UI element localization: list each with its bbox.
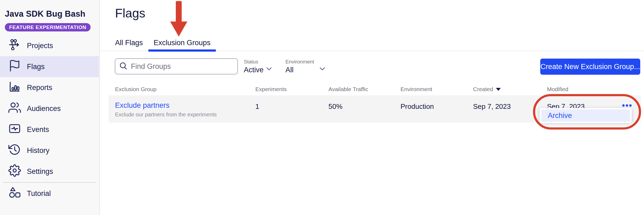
bar-chart-icon [8,80,21,95]
sidebar-item-label: Projects [27,42,53,50]
column-header-modified[interactable]: Modified [547,86,568,92]
gear-icon [8,164,21,179]
menu-item-archive[interactable]: Archive [541,109,630,122]
dot [629,104,632,107]
search-icon [119,62,128,71]
main-content: Flags All Flags Exclusion Groups Status … [100,0,644,215]
sidebar-item-tutorial[interactable]: Tutorial [0,183,99,204]
sidebar-item-label: Settings [27,167,53,176]
project-name: Java SDK Bug Bash [5,9,85,19]
page-title: Flags [115,6,145,20]
environment-filter[interactable]: Environment All [285,59,314,74]
column-header-environment[interactable]: Environment [400,86,432,92]
column-header-available-traffic[interactable]: Available Traffic [328,86,368,92]
red-arrow-shaft [176,1,182,22]
cell-available-traffic: 50% [328,102,342,111]
sidebar-item-history[interactable]: History [0,140,99,161]
dot [622,104,625,107]
flag-icon [8,59,21,74]
shapes-icon [8,186,21,201]
chevron-down-icon[interactable] [318,65,327,74]
tab-bar: All Flags Exclusion Groups [110,39,216,51]
monitor-pulse-icon [8,122,21,137]
history-clock-icon [8,143,21,158]
sidebar-item-audiences[interactable]: Audiences [0,98,99,119]
projects-icon [8,38,21,53]
sort-desc-icon [496,88,501,91]
search-input[interactable] [131,62,234,71]
sidebar-item-label: Reports [27,84,52,92]
ellipsis-icon[interactable] [622,104,632,107]
column-header-exclusion-group[interactable]: Exclusion Group [115,86,156,92]
sidebar-item-label: Flags [27,63,45,71]
sidebar-item-settings[interactable]: Settings [0,161,99,182]
red-arrow-head [170,22,187,37]
column-header-experiments[interactable]: Experiments [255,86,287,92]
status-filter-label: Status [244,59,264,65]
sidebar-nav: Projects Flags Reports [0,35,99,204]
tab-all-flags[interactable]: All Flags [110,39,148,51]
sidebar-item-label: Tutorial [27,189,51,198]
status-filter-value: Active [244,66,264,74]
chevron-down-icon[interactable] [264,65,274,74]
cell-environment: Production [400,102,434,111]
status-filter[interactable]: Status Active [244,59,264,74]
environment-filter-label: Environment [285,59,314,65]
row-context-menu: Archive [540,108,632,123]
sidebar-item-events[interactable]: Events [0,119,99,140]
sidebar-divider [3,182,96,183]
feature-experimentation-badge: FEATURE EXPERIMENTATION [5,23,91,31]
tab-exclusion-groups[interactable]: Exclusion Groups [148,39,216,51]
table-header: Exclusion Group Experiments Available Tr… [109,84,641,94]
dot [626,104,628,107]
sidebar-item-label: Audiences [27,105,61,113]
sidebar-item-label: Events [27,126,49,134]
exclusion-group-description: Exclude our partners from the experiment… [115,112,217,118]
sidebar-item-reports[interactable]: Reports [0,77,99,98]
environment-filter-value: All [285,66,314,74]
sidebar: Java SDK Bug Bash FEATURE EXPERIMENTATIO… [0,0,100,215]
people-icon [8,101,21,116]
create-new-exclusion-group-button[interactable]: Create New Exclusion Group... [540,59,640,75]
cell-experiments: 1 [255,102,259,111]
sidebar-item-projects[interactable]: Projects [0,35,99,56]
search-box [115,58,238,74]
sidebar-item-flags[interactable]: Flags [0,56,99,77]
exclusion-group-link[interactable]: Exclude partners [115,101,170,110]
column-header-created[interactable]: Created [473,86,501,92]
cell-created: Sep 7, 2023 [473,102,511,111]
sidebar-item-label: History [27,146,49,155]
